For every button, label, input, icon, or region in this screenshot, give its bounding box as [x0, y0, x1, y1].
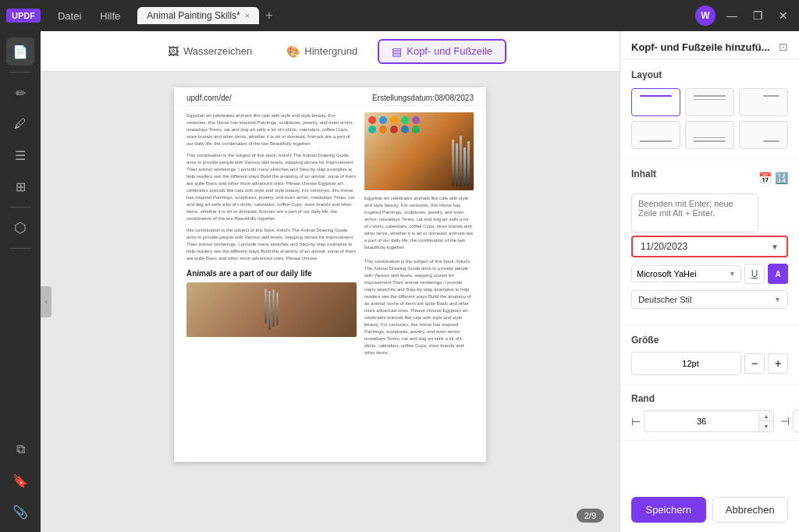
layout-option-3[interactable]: [739, 88, 788, 116]
page-image-column: Egyptian art celebrates animals like cat…: [364, 112, 474, 356]
rand-left-stepper: ▲ ▼: [758, 411, 773, 431]
brush-group: [452, 136, 470, 186]
layout-option-1[interactable]: [631, 88, 680, 116]
size-section-title: Größe: [631, 335, 788, 346]
sidebar-item-form[interactable]: ☰: [6, 141, 34, 169]
rand-section: Rand ⊢ ▲ ▼ ⊣: [620, 385, 799, 441]
page-text-block-1: Egyptian art celebrates animals like cat…: [186, 112, 357, 147]
menu-hilfe[interactable]: Hilfe: [91, 7, 130, 25]
bottom-actions: Speichern Abbrechen: [620, 488, 799, 532]
date-dropdown-arrow: ▼: [771, 243, 779, 251]
main-layout: 📄 ✏ 🖊 ☰ ⊞ ⬡ ⧉ 🔖 📎 🖼 Wasserzeichen 🎨 Hint…: [0, 31, 799, 532]
tab-add-btn[interactable]: +: [259, 9, 279, 23]
date-dropdown-value: 11/20/2023: [641, 241, 687, 252]
left-toolbar: 📄 ✏ 🖊 ☰ ⊞ ⬡ ⧉ 🔖 📎: [0, 31, 41, 532]
calendar-icon[interactable]: 📅: [758, 172, 772, 184]
size-input[interactable]: 12pt: [632, 356, 741, 371]
rand-title: Rand: [631, 393, 788, 404]
page-container: updf.com/de/ Erstellungsdatum:08/08/2023…: [174, 87, 486, 462]
sidebar-item-bookmark[interactable]: 🔖: [6, 466, 34, 495]
layout-option-2[interactable]: [685, 88, 734, 116]
page-header-left: updf.com/de/: [186, 94, 232, 102]
top-bar: UPDF Datei Hilfe Animal Painting Skills*…: [0, 0, 799, 31]
page-text-column: Egyptian art celebrates animals like cat…: [186, 112, 357, 356]
page-number-badge: 2/9: [577, 509, 604, 523]
layout-option-5[interactable]: [685, 121, 734, 149]
tool-header: 🖼 Wasserzeichen 🎨 Hintergrund ▤ Kopf- un…: [41, 31, 620, 72]
page-right-text: Egyptian art celebrates animals like cat…: [364, 195, 474, 356]
size-input-wrapper: 12pt ▲ ▼: [631, 352, 741, 375]
style-dropdown[interactable]: Deutscher Stil ▼: [631, 290, 788, 309]
window-close-btn[interactable]: ✕: [774, 8, 793, 23]
rand-left-icon: ⊢: [631, 415, 641, 427]
window-controls: W — ❐ ✕: [695, 5, 793, 26]
text-color-btn[interactable]: A: [768, 264, 788, 284]
size-decrease-btn[interactable]: −: [744, 353, 765, 374]
rand-left-field: ⊢ ▲ ▼: [631, 410, 774, 432]
header-footer-btn[interactable]: ▤ Kopf- und Fußzeile: [378, 39, 506, 64]
sidebar-item-file[interactable]: 📄: [6, 37, 34, 66]
page-heading: Animals are a part of our daily life: [186, 268, 357, 279]
sidebar-item-stamp[interactable]: ⬡: [6, 214, 34, 242]
sidebar-item-edit[interactable]: ✏: [6, 79, 34, 107]
sidebar-collapse-handle[interactable]: ‹: [41, 286, 51, 317]
page-header-date: Erstellungsdatum:08/08/2023: [372, 94, 474, 102]
header-footer-icon: ▤: [392, 45, 402, 58]
layout-section-title: Layout: [631, 69, 788, 80]
user-avatar[interactable]: W: [695, 5, 716, 26]
sidebar-item-comment[interactable]: 🖊: [6, 110, 34, 138]
right-panel-title: Kopf- und Fußzeile hinzufü...: [631, 41, 770, 53]
cancel-button[interactable]: Abbrechen: [712, 497, 789, 523]
tab-close-btn[interactable]: ×: [245, 11, 250, 20]
rand-left-input[interactable]: [645, 413, 758, 429]
sidebar-item-attachment[interactable]: 📎: [6, 498, 34, 526]
toolbar-separator-1: [9, 72, 31, 73]
background-btn[interactable]: 🎨 Hintergrund: [272, 39, 371, 64]
font-select[interactable]: Microsoft YaHei ▼: [631, 265, 741, 282]
window-maximize-btn[interactable]: ❐: [748, 8, 768, 23]
right-panel-header: Kopf- und Fußzeile hinzufü... ⊡: [620, 31, 799, 60]
rand-left-input-wrapper: ▲ ▼: [644, 410, 774, 432]
layout-option-4[interactable]: [631, 121, 680, 149]
panel-icon-btn[interactable]: ⊡: [779, 41, 788, 53]
page-image-paints: [364, 112, 474, 190]
page-pagination: 2/9: [577, 509, 604, 523]
background-icon: 🎨: [286, 45, 300, 58]
font-row: Microsoft YaHei ▼ U A: [631, 264, 788, 284]
doc-view[interactable]: ‹ updf.com/de/ Erstellungsdatum:08/08/20…: [41, 72, 620, 532]
tab-document[interactable]: Animal Painting Skills* ×: [137, 7, 259, 24]
content-section: Inhalt 📅 🔢 11/20/2023 ▼ Microsoft YaHei …: [620, 159, 799, 325]
info-icon[interactable]: 🔢: [775, 172, 788, 184]
paint-dots: [368, 116, 421, 133]
content-header-icons: 📅 🔢: [758, 172, 788, 184]
rand-left-up[interactable]: ▲: [759, 411, 773, 421]
rand-left-down[interactable]: ▼: [759, 421, 773, 431]
layout-section: Layout: [620, 60, 799, 159]
page-doc-header: updf.com/de/ Erstellungsdatum:08/08/2023: [174, 87, 486, 106]
content-section-title: Inhalt: [631, 168, 656, 179]
date-dropdown[interactable]: 11/20/2023 ▼: [631, 236, 788, 257]
app-logo: UPDF: [6, 9, 41, 23]
page-text-block-2: This combination is the subject of this …: [186, 152, 357, 222]
rand-right-icon: ⊣: [780, 415, 790, 427]
size-increase-btn[interactable]: +: [768, 353, 788, 374]
underline-btn[interactable]: U: [744, 264, 765, 284]
toolbar-separator-2: [9, 207, 31, 207]
layout-option-6[interactable]: [739, 121, 788, 149]
tab-bar: Animal Painting Skills* × +: [137, 7, 695, 24]
rand-row: ⊢ ▲ ▼ ⊣ ▲: [631, 410, 788, 432]
brush-decoration: [265, 289, 279, 330]
size-row: 12pt ▲ ▼ − +: [631, 352, 788, 375]
sidebar-item-organize[interactable]: ⊞: [6, 172, 34, 200]
window-minimize-btn[interactable]: —: [722, 8, 742, 23]
save-button[interactable]: Speichern: [631, 497, 706, 523]
sidebar-item-layers[interactable]: ⧉: [6, 435, 34, 463]
page-image-bottom: [186, 282, 357, 337]
watermark-btn[interactable]: 🖼 Wasserzeichen: [154, 39, 266, 64]
layout-grid: [631, 88, 788, 149]
rand-right-input-wrapper: ▲ ▼: [793, 410, 799, 432]
rand-right-input[interactable]: [794, 413, 799, 429]
menu-datei[interactable]: Datei: [48, 7, 91, 25]
content-input[interactable]: [631, 193, 758, 232]
watermark-icon: 🖼: [168, 45, 179, 58]
